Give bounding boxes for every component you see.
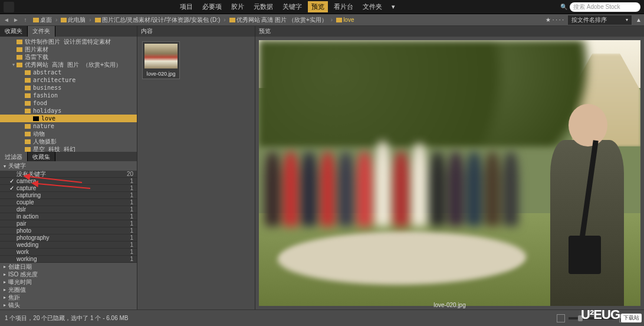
folder-row[interactable]: holidays [0, 107, 137, 115]
content-header: 内容 [137, 26, 255, 37]
folder-label: architecture [33, 77, 75, 83]
disclosure-icon: ▸ [4, 279, 6, 285]
menu-filmstrip[interactable]: 胶片 [228, 1, 248, 12]
sort-asc-icon[interactable]: ▲ [636, 17, 642, 23]
menu-project[interactable]: 项目 [176, 1, 196, 12]
category-row[interactable]: ▸曝光时间 [0, 278, 137, 286]
folder-row[interactable]: business [0, 84, 137, 92]
preview-area[interactable]: love-020.jpg [255, 37, 644, 309]
keyword-row[interactable]: working1 [0, 256, 137, 263]
folder-label: business [33, 84, 61, 91]
category-row[interactable]: ▸光圈值 [0, 286, 137, 294]
left-column: 收藏夹 文件夹 软件制作图片 设计所需特定素材图片素材迅雷下载▾优秀网站 高清 … [0, 26, 137, 309]
sort-dropdown[interactable]: 按文件名排序▾ [567, 15, 632, 25]
keyword-count: 1 [130, 192, 133, 198]
keyword-row[interactable]: pair1 [0, 220, 137, 227]
crumb-parent[interactable]: 优秀网站 高清 图片 （欣赏+实用） [227, 16, 330, 24]
folder-row[interactable]: 迅雷下载 [0, 53, 137, 61]
category-row[interactable]: ▸焦距 [0, 294, 137, 301]
folder-row[interactable]: 星空 科技 科幻 [0, 145, 137, 152]
menu-metadata[interactable]: 元数据 [250, 1, 277, 12]
folder-row[interactable]: abstract [0, 69, 137, 76]
folder-icon [17, 63, 22, 67]
crumb-drive[interactable]: 图片汇总/灵感素材/设计/字体资源/安装包 (D:) [93, 16, 223, 24]
search-input[interactable]: 搜索 Adobe Stock [570, 2, 640, 12]
folder-label: 图片素材 [25, 45, 48, 54]
menu-dropdown-icon[interactable]: ▾ [388, 2, 399, 12]
menu-keywords[interactable]: 关键字 [279, 1, 305, 12]
folder-label: 优秀网站 高清 图片 （欣赏+实用） [25, 61, 121, 69]
tab-favorites[interactable]: 收藏夹 [0, 26, 28, 37]
folder-row[interactable]: 图片素材 [0, 45, 137, 53]
menu-folders[interactable]: 文件夹 [359, 1, 386, 12]
keyword-row[interactable]: photography1 [0, 234, 137, 242]
keyword-row[interactable]: in action1 [0, 213, 137, 220]
folder-tree[interactable]: 软件制作图片 设计所需特定素材图片素材迅雷下载▾优秀网站 高清 图片 （欣赏+实… [0, 37, 137, 152]
keyword-list: ▾关键字 没有关键字20✓camera1✓capture1capturing1c… [0, 161, 137, 309]
keyword-row[interactable]: ✓capture1 [0, 185, 137, 192]
disclosure-icon: ▾ [11, 62, 17, 67]
folder-icon [25, 139, 31, 144]
thumbnail-item[interactable]: love-020.jpg [142, 41, 180, 79]
checkmark-icon: ✓ [9, 185, 15, 191]
menu-essentials[interactable]: 必要项 [199, 1, 225, 12]
folder-icon [25, 124, 31, 129]
keyword-row[interactable]: couple1 [0, 199, 137, 206]
disclosure-icon: ▸ [4, 287, 6, 292]
crumb-sep-icon: › [55, 17, 57, 23]
folder-label: abstract [33, 69, 61, 76]
category-row[interactable]: ▸ISO 感光度 [0, 270, 137, 278]
thumbnail-image [144, 44, 178, 69]
filter-panel: 过滤器 收藏集 ▾关键字 没有关键字20✓camera1✓capture1cap… [0, 152, 137, 309]
tab-folders[interactable]: 文件夹 [28, 26, 55, 37]
keyword-row[interactable]: photo1 [0, 227, 137, 234]
keyword-row[interactable]: capturing1 [0, 192, 137, 199]
folder-icon [25, 132, 31, 136]
preview-header: 预览 [255, 26, 644, 37]
folder-row[interactable]: fashion [0, 92, 137, 99]
menu-lighttable[interactable]: 看片台 [330, 1, 357, 12]
nav-back-icon[interactable]: ◄ [2, 16, 11, 24]
folder-row[interactable]: 动物 [0, 130, 137, 138]
folder-icon [25, 86, 31, 90]
keyword-row[interactable]: dslr1 [0, 206, 137, 213]
chevron-down-icon: ▾ [626, 17, 628, 22]
top-bar: 项目 必要项 胶片 元数据 关键字 预览 看片台 文件夹 ▾ 🔍 搜索 Adob… [0, 0, 644, 14]
folder-row[interactable]: 软件制作图片 设计所需特定素材 [0, 38, 137, 45]
nav-up-icon[interactable]: ↑ [21, 16, 29, 24]
folder-row[interactable]: 人物摄影 [0, 138, 137, 145]
folder-row[interactable]: architecture [0, 76, 137, 84]
folder-icon [17, 55, 22, 60]
folder-row[interactable]: nature [0, 122, 137, 130]
folder-row[interactable]: ▾优秀网站 高清 图片 （欣赏+实用） [0, 61, 137, 69]
folder-icon [33, 116, 39, 121]
folder-icon [25, 70, 31, 75]
star-filter-icon[interactable]: ★ · · · · [546, 17, 564, 23]
keyword-count: 1 [130, 206, 133, 213]
view-grid-icon[interactable] [557, 314, 565, 322]
preview-caption: love-020.jpg [433, 302, 465, 308]
folder-label: 迅雷下载 [25, 53, 48, 61]
category-row[interactable]: ▸镜头 [0, 301, 137, 309]
keyword-row[interactable]: wedding1 [0, 242, 137, 249]
keyword-row[interactable]: 没有关键字20 [0, 171, 137, 178]
crumb-desktop[interactable]: 桌面 [31, 16, 54, 24]
top-left [4, 2, 14, 12]
keyword-row[interactable]: ✓camera1 [0, 178, 137, 185]
status-bar: 1 个项目，20 个已隐藏，选中了 1 个 - 6.06 MB [0, 309, 644, 326]
nav-fwd-icon[interactable]: ► [12, 16, 20, 24]
crumb-pc[interactable]: 此电脑 [58, 16, 88, 24]
thumbnail-area[interactable]: love-020.jpg [137, 37, 255, 309]
category-row[interactable]: ▸创建日期 [0, 263, 137, 270]
folder-row[interactable]: food [0, 99, 137, 107]
keyword-count: 1 [130, 249, 133, 255]
tab-filter[interactable]: 过滤器 [0, 152, 28, 161]
folder-icon [33, 18, 39, 22]
keyword-count: 1 [130, 213, 133, 220]
crumb-current[interactable]: love [334, 17, 356, 23]
keyword-row[interactable]: work1 [0, 249, 137, 256]
menu-preview[interactable]: 预览 [308, 1, 328, 12]
folder-row[interactable]: love [0, 115, 137, 122]
tab-collections[interactable]: 收藏集 [28, 152, 55, 161]
disclosure-icon: ▸ [4, 264, 6, 269]
